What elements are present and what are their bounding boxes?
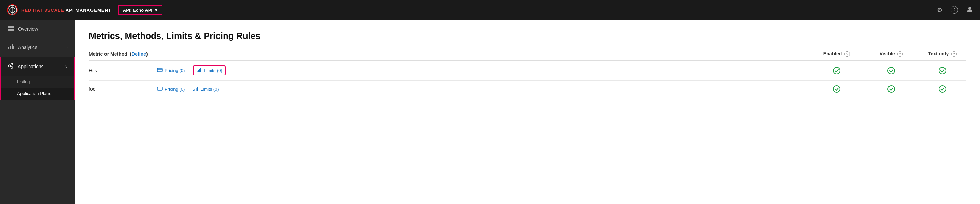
limits-icon [196, 68, 202, 73]
col-enabled-header: Enabled ? [809, 51, 864, 57]
limits-link-hits[interactable]: Limits (0) [193, 65, 225, 75]
table-row: foo Pricing (0) [89, 81, 966, 98]
svg-point-13 [8, 65, 10, 66]
analytics-icon [8, 44, 14, 51]
top-nav: RED HAT 3SCALE API MANAGEMENT API: Echo … [0, 0, 980, 20]
svg-rect-29 [193, 90, 194, 91]
brand-logo [7, 5, 18, 15]
sidebar-item-label: Applications [18, 64, 44, 69]
svg-rect-32 [197, 87, 198, 91]
sidebar-item-label: Analytics [18, 45, 37, 50]
textonly-check-hits [918, 67, 966, 74]
define-link[interactable]: Define [132, 51, 146, 57]
applications-icon [8, 63, 14, 70]
svg-rect-6 [11, 25, 14, 28]
visible-check-hits [864, 67, 918, 74]
pricing-icon-foo [157, 86, 162, 92]
svg-point-24 [833, 67, 840, 74]
metric-name-foo: foo [89, 86, 157, 92]
help-icon[interactable]: ? [951, 6, 958, 14]
enabled-cell-hits [809, 67, 864, 74]
svg-rect-27 [158, 87, 162, 90]
sidebar-item-label: Overview [18, 26, 38, 32]
overview-icon [8, 25, 14, 33]
pricing-link-hits[interactable]: Pricing (0) [157, 68, 185, 73]
pricing-icon [157, 68, 162, 73]
col-visible-header: Visible ? [864, 51, 918, 57]
svg-rect-31 [196, 88, 197, 91]
limits-link-foo[interactable]: Limits (0) [193, 86, 218, 92]
svg-point-25 [888, 67, 895, 74]
sidebar-sub-item-application-plans[interactable]: Application Plans [1, 88, 75, 100]
pricing-label-hits: Pricing (0) [165, 68, 185, 73]
sidebar-sub-applications: Listing Application Plans [1, 76, 75, 100]
visible-cell-hits [864, 67, 918, 74]
visible-check-foo [864, 85, 918, 93]
col-textonly-header: Text only ? [918, 51, 966, 57]
col-metric-header: Metric or Method (Define) [89, 51, 157, 57]
table-row: Hits Pricing (0) [89, 61, 966, 81]
svg-rect-7 [8, 28, 11, 31]
nav-icons: ⚙ ? [937, 6, 973, 14]
svg-point-35 [939, 85, 946, 92]
enabled-cell-foo [809, 85, 864, 93]
api-selector-button[interactable]: API: Echo API ▾ [118, 5, 162, 15]
svg-line-17 [10, 66, 11, 67]
sidebar-item-overview[interactable]: Overview [0, 20, 75, 38]
svg-rect-11 [12, 44, 13, 49]
svg-rect-5 [8, 25, 11, 28]
svg-rect-30 [195, 89, 196, 91]
svg-point-34 [888, 85, 895, 92]
sidebar: Overview Analytics › Applications ∨ List… [0, 20, 75, 204]
limits-label-foo: Limits (0) [200, 87, 218, 92]
enabled-help-icon[interactable]: ? [845, 51, 850, 57]
enabled-check-foo [809, 85, 864, 93]
svg-rect-20 [197, 71, 198, 72]
svg-rect-9 [8, 47, 9, 49]
svg-rect-8 [11, 28, 14, 31]
svg-rect-10 [10, 46, 11, 49]
pricing-link-foo[interactable]: Pricing (0) [157, 86, 185, 92]
svg-point-26 [939, 67, 946, 74]
svg-point-15 [11, 66, 13, 68]
svg-point-33 [833, 85, 840, 92]
pricing-label-foo: Pricing (0) [165, 87, 185, 92]
settings-icon[interactable]: ⚙ [937, 6, 942, 14]
sidebar-item-analytics[interactable]: Analytics › [0, 38, 75, 57]
sidebar-sub-item-listing[interactable]: Listing [1, 76, 75, 88]
metrics-table: Metric or Method (Define) Enabled ? Visi… [89, 51, 966, 98]
user-icon[interactable] [966, 6, 973, 14]
svg-rect-22 [199, 69, 200, 72]
analytics-chevron: › [67, 45, 68, 49]
applications-chevron: ∨ [65, 65, 68, 69]
svg-rect-18 [158, 68, 162, 72]
svg-line-16 [10, 65, 11, 66]
api-selector-label: API: Echo API [123, 8, 152, 13]
limits-label-hits: Limits (0) [204, 68, 222, 73]
metric-name-hits: Hits [89, 68, 157, 73]
page-title: Metrics, Methods, Limits & Pricing Rules [89, 31, 966, 41]
sidebar-item-applications[interactable]: Applications ∨ [1, 57, 75, 76]
svg-point-14 [11, 63, 13, 65]
limits-icon-foo [193, 86, 198, 92]
svg-rect-21 [198, 70, 199, 72]
visible-cell-foo [864, 85, 918, 93]
action-links-foo: Pricing (0) Limits (0) [157, 86, 809, 92]
enabled-check-hits [809, 67, 864, 74]
visible-help-icon[interactable]: ? [897, 51, 903, 57]
textonly-help-icon[interactable]: ? [951, 51, 957, 57]
svg-rect-23 [200, 68, 202, 72]
svg-rect-12 [13, 46, 14, 49]
textonly-cell-hits [918, 67, 966, 74]
body-layout: Overview Analytics › Applications ∨ List… [0, 20, 980, 204]
svg-point-4 [968, 7, 971, 9]
brand-name: RED HAT 3SCALE API MANAGEMENT [21, 8, 111, 13]
table-header: Metric or Method (Define) Enabled ? Visi… [89, 51, 966, 61]
action-links-hits: Pricing (0) Limits (0) [157, 65, 809, 75]
brand: RED HAT 3SCALE API MANAGEMENT [7, 5, 111, 15]
main-content: Metrics, Methods, Limits & Pricing Rules… [75, 20, 980, 204]
textonly-check-foo [918, 85, 966, 93]
textonly-cell-foo [918, 85, 966, 93]
sidebar-applications-group: Applications ∨ Listing Application Plans [0, 57, 75, 100]
api-selector-chevron: ▾ [155, 8, 158, 13]
